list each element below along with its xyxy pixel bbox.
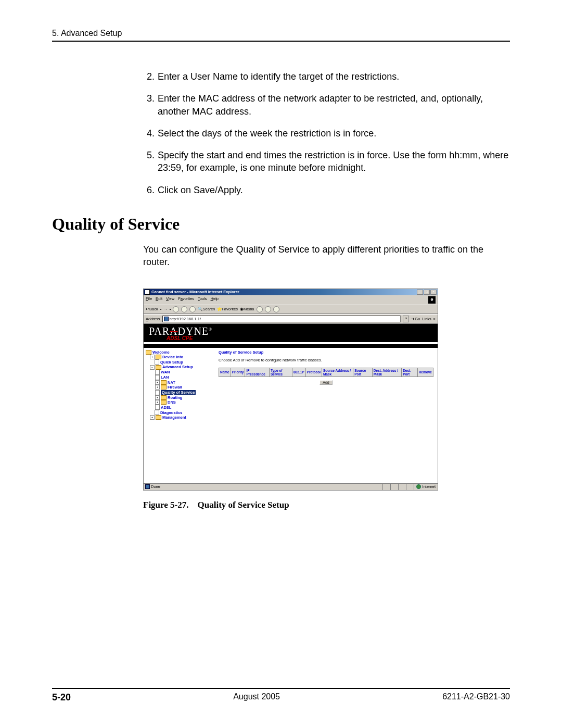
history-icon[interactable] bbox=[257, 306, 263, 312]
status-segment bbox=[391, 484, 399, 490]
titlebar-text: Cannot find server - Microsoft Internet … bbox=[151, 290, 239, 294]
col-priority: Priority bbox=[231, 368, 245, 376]
home-icon[interactable] bbox=[189, 306, 196, 312]
footer: 5-20 August 2005 6211-A2-GB21-30 bbox=[52, 688, 510, 703]
folder-icon bbox=[146, 350, 151, 355]
maximize-button[interactable]: □ bbox=[424, 290, 430, 295]
mail-icon[interactable] bbox=[265, 306, 271, 312]
expand-icon[interactable]: + bbox=[155, 380, 160, 385]
file-icon bbox=[155, 390, 160, 395]
step-num: 2. bbox=[143, 70, 155, 83]
pane-title: Quality of Service Setup bbox=[219, 350, 433, 355]
search-button[interactable]: 🔍Search bbox=[198, 307, 215, 311]
tree-nat[interactable]: +NAT bbox=[146, 380, 212, 385]
main-pane: Quality of Service Setup Choose Add or R… bbox=[214, 348, 438, 483]
file-icon bbox=[155, 370, 160, 375]
toolbar: ↩Back • → • 🔍Search ⭐Favorites ◉Media bbox=[144, 305, 438, 314]
menubar: FFileile Edit View Favorites Tools Help … bbox=[144, 295, 438, 305]
tree-wan[interactable]: WAN bbox=[146, 370, 212, 375]
footer-date: August 2005 bbox=[71, 692, 442, 703]
folder-icon bbox=[161, 395, 167, 400]
expand-icon[interactable]: + bbox=[150, 415, 155, 420]
banner-divider bbox=[144, 344, 438, 348]
links-label[interactable]: Links bbox=[422, 317, 431, 321]
links-chevron[interactable]: » bbox=[433, 317, 436, 321]
tree-qos[interactable]: Quality of Service bbox=[146, 390, 212, 395]
col-8021p: 802.1P bbox=[292, 368, 305, 376]
menu-file[interactable]: FFileile bbox=[146, 296, 152, 304]
folder-icon bbox=[161, 380, 167, 385]
tree-management[interactable]: +Management bbox=[146, 415, 212, 420]
col-src-port: Source Port bbox=[353, 368, 373, 376]
footer-page-number: 5-20 bbox=[52, 692, 71, 703]
header-rule bbox=[52, 41, 510, 42]
menu-favorites[interactable]: Favorites bbox=[178, 296, 194, 304]
col-dst-addr: Dest. Address / Mask bbox=[372, 368, 401, 376]
tree-dns[interactable]: +DNS bbox=[146, 400, 212, 405]
tree-device-info[interactable]: +Device Info bbox=[146, 355, 212, 359]
add-button[interactable]: Add bbox=[320, 380, 332, 385]
tree-adsl[interactable]: ADSL bbox=[146, 405, 212, 410]
expand-icon[interactable]: + bbox=[155, 400, 160, 405]
expand-icon[interactable]: + bbox=[150, 355, 155, 359]
folder-icon bbox=[156, 415, 161, 420]
address-value: http://192.168.1.1/ bbox=[170, 316, 201, 322]
pane-subtitle: Choose Add or Remove to configure networ… bbox=[219, 358, 433, 362]
tree-lan[interactable]: LAN bbox=[146, 375, 212, 380]
menu-view[interactable]: View bbox=[166, 296, 174, 304]
print-icon[interactable] bbox=[273, 306, 279, 312]
address-bar: Address http://192.168.1.1/ ▾ ➔Go Links … bbox=[144, 314, 438, 324]
minimize-button[interactable]: _ bbox=[417, 290, 423, 295]
ie-page-icon bbox=[145, 290, 150, 295]
ie-page-icon bbox=[164, 317, 169, 321]
address-input[interactable]: http://192.168.1.1/ bbox=[162, 316, 401, 322]
tree-firewall[interactable]: +Firewall bbox=[146, 385, 212, 390]
menu-edit[interactable]: Edit bbox=[156, 296, 162, 304]
step-text: Enter the MAC address of the network ada… bbox=[158, 92, 510, 118]
address-dropdown[interactable]: ▾ bbox=[403, 316, 409, 322]
favorites-button[interactable]: ⭐Favorites bbox=[217, 307, 238, 311]
step-text: Select the days of the week the restrict… bbox=[158, 127, 376, 140]
table-header-row: Name Priority IP Precedence Type of Serv… bbox=[219, 368, 433, 376]
tree-advanced-setup[interactable]: −Advanced Setup bbox=[146, 365, 212, 369]
menu-help[interactable]: Help bbox=[211, 296, 219, 304]
status-zone: Internet bbox=[423, 484, 436, 489]
go-button[interactable]: ➔Go bbox=[411, 317, 420, 321]
file-icon bbox=[155, 410, 159, 415]
folder-icon bbox=[156, 365, 161, 370]
stop-icon[interactable] bbox=[173, 306, 179, 312]
col-protocol: Protocol bbox=[305, 368, 322, 376]
tree-quick-setup[interactable]: Quick Setup bbox=[146, 359, 212, 365]
section-heading: Quality of Service bbox=[52, 215, 510, 234]
brand-logo: PARADYNE® bbox=[149, 326, 432, 336]
back-button[interactable]: ↩Back bbox=[146, 307, 158, 311]
tree-routing[interactable]: +Routing bbox=[146, 395, 212, 400]
col-src-addr: Source Address / Mask bbox=[322, 368, 353, 376]
refresh-icon[interactable] bbox=[181, 306, 187, 312]
step-text: Click on Save/Apply. bbox=[158, 184, 243, 196]
media-button[interactable]: ◉Media bbox=[240, 307, 254, 311]
collapse-icon[interactable]: − bbox=[150, 365, 155, 370]
titlebar: Cannot find server - Microsoft Internet … bbox=[144, 289, 438, 295]
tree-diagnostics[interactable]: Diagnostics bbox=[146, 410, 212, 415]
qos-table: Name Priority IP Precedence Type of Serv… bbox=[219, 368, 433, 377]
statusbar: Done Internet bbox=[144, 483, 438, 490]
close-button[interactable]: × bbox=[430, 290, 437, 295]
col-dst-port: Dest. Port bbox=[402, 368, 417, 376]
banner: PARADYNE® ADSL CPE bbox=[144, 324, 438, 342]
step-num: 3. bbox=[143, 92, 155, 118]
expand-icon[interactable]: + bbox=[155, 395, 160, 400]
sep: • bbox=[170, 307, 171, 311]
status-segment bbox=[399, 484, 406, 490]
file-icon bbox=[155, 405, 160, 410]
forward-button[interactable]: → bbox=[163, 307, 168, 311]
tree-welcome[interactable]: Welcome bbox=[146, 350, 212, 355]
step-num: 6. bbox=[143, 184, 155, 196]
file-icon bbox=[155, 375, 160, 380]
ie-page-icon bbox=[145, 484, 150, 489]
menu-tools[interactable]: Tools bbox=[198, 296, 207, 304]
sep: • bbox=[160, 307, 162, 311]
expand-icon[interactable]: + bbox=[155, 385, 160, 390]
status-segment bbox=[406, 484, 414, 490]
page-content: PARADYNE® ADSL CPE Welcome +Device Info … bbox=[144, 324, 438, 483]
